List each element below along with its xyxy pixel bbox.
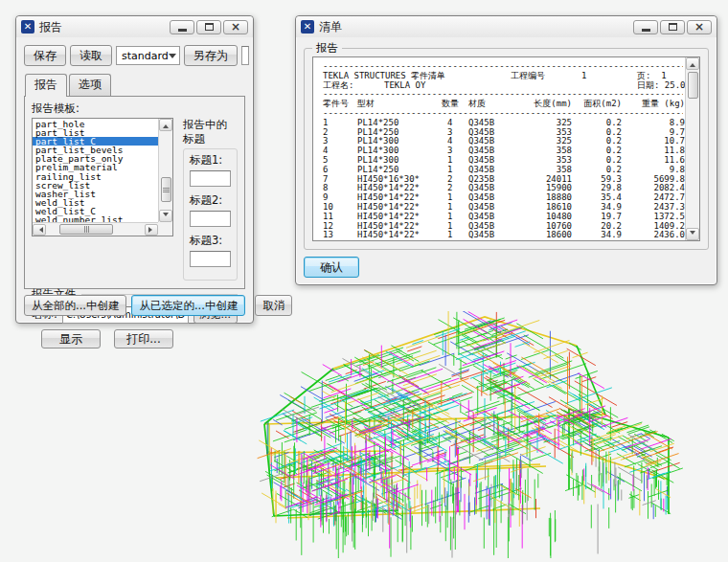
list-dialog: ✕ 清单 × 报告 ------------------------------… — [295, 15, 717, 285]
hscroll-thumb[interactable] — [59, 224, 113, 235]
tekla-logo-icon: ✕ — [301, 20, 314, 34]
report-view[interactable]: ----------------------------------------… — [312, 56, 700, 241]
title1-input[interactable] — [190, 170, 231, 187]
save-as-button[interactable]: 另存为 — [184, 45, 238, 66]
create-from-all-button[interactable]: 从全部的...中创建 — [24, 295, 126, 316]
report-groupbox: 报告 -------------------------------------… — [304, 48, 709, 250]
tekla-logo-icon: ✕ — [21, 20, 34, 34]
title3-label: 标题3: — [190, 234, 231, 248]
maximize-icon — [205, 23, 214, 31]
report-column-headers: 零件号 型材 数量 材质 长度(mm) 面积(m2) 重量 (kg) — [323, 100, 683, 109]
tab-options[interactable]: 选项 — [69, 74, 111, 96]
project-no-value: 1 — [581, 72, 637, 81]
report-rows: 1PL14*2504Q345B3250.28.92PL14*2503Q345B3… — [323, 119, 683, 240]
scroll-down-icon[interactable] — [686, 228, 699, 240]
maximize-button[interactable] — [196, 20, 221, 34]
chevron-down-icon — [169, 54, 176, 62]
maximize-button[interactable] — [660, 20, 685, 34]
title2-label: 标题2: — [190, 193, 231, 208]
close-icon: × — [694, 21, 704, 33]
scroll-right-icon[interactable] — [145, 224, 158, 236]
title1-label: 标题1: — [190, 153, 231, 168]
show-button[interactable]: 显示 — [41, 329, 101, 348]
scroll-down-icon[interactable] — [159, 210, 172, 222]
model-beam-edge — [577, 346, 605, 415]
titles-panel: 标题1: 标题2: 标题3: — [183, 148, 238, 281]
list-titlebar[interactable]: ✕ 清单 × — [296, 16, 717, 37]
template-list: part_holepart_listpart_list_Cpart_list_b… — [33, 119, 158, 222]
scroll-up-icon[interactable] — [159, 119, 172, 131]
title3-input[interactable] — [190, 251, 231, 267]
title2-input[interactable] — [190, 211, 231, 227]
load-button[interactable]: 读取 — [70, 45, 112, 66]
model-members — [265, 312, 682, 558]
template-item[interactable]: weld_number_list — [33, 215, 158, 222]
report-group-label: 报告 — [312, 41, 342, 56]
template-hscrollbar[interactable] — [33, 222, 158, 236]
scroll-up-icon[interactable] — [686, 57, 699, 70]
close-icon: × — [231, 21, 240, 33]
model-3d-viewport[interactable] — [218, 311, 714, 558]
maximize-icon — [669, 23, 677, 31]
report-dialog: ✕ 报告 × 保存 读取 standard 另存为 报告 选项 报告模板: — [15, 15, 254, 324]
report-vscrollbar[interactable] — [685, 57, 699, 240]
tab-report[interactable]: 报告 — [25, 74, 67, 97]
close-button[interactable]: × — [223, 20, 248, 34]
preset-value: standard — [122, 50, 169, 62]
model-beam-edge — [264, 369, 333, 424]
template-list-label: 报告模板: — [32, 101, 238, 116]
vscroll-thumb[interactable] — [161, 177, 171, 202]
project-name-label: 工程名: — [323, 81, 384, 91]
vscroll-thumb[interactable] — [688, 72, 698, 99]
report-tab-page: 报告模板: part_holepart_listpart_list_Cpart_… — [24, 96, 245, 289]
separator-line: ----------------------------------------… — [323, 90, 683, 100]
scroll-left-icon[interactable] — [33, 224, 46, 236]
close-button[interactable]: × — [687, 20, 712, 34]
report-titlebar[interactable]: ✕ 报告 × — [16, 16, 253, 37]
preset-combobox[interactable]: standard — [116, 46, 180, 65]
template-listbox[interactable]: part_holepart_listpart_list_Cpart_list_b… — [32, 118, 173, 236]
list-dialog-title: 清单 — [319, 19, 342, 35]
template-vscrollbar[interactable] — [158, 119, 172, 222]
project-name-value: TEKLA OY — [384, 81, 511, 91]
print-button[interactable]: 打印... — [114, 329, 173, 348]
model-beam-edge — [333, 317, 577, 369]
minimize-icon — [642, 29, 650, 32]
minimize-button[interactable] — [170, 20, 194, 34]
save-button[interactable]: 保存 — [24, 45, 66, 66]
minimize-button[interactable] — [633, 20, 658, 34]
minimize-icon — [178, 29, 187, 32]
report-dialog-title: 报告 — [39, 19, 62, 35]
project-no-label: 工程编号 — [511, 72, 581, 81]
report-text: ----------------------------------------… — [313, 57, 685, 240]
confirm-button[interactable]: 确认 — [304, 257, 359, 278]
date-field: 日期: 25.06.2018 — [637, 81, 685, 91]
titles-group-label: 报告中的标题 — [183, 118, 238, 146]
save-as-input[interactable] — [241, 46, 249, 65]
